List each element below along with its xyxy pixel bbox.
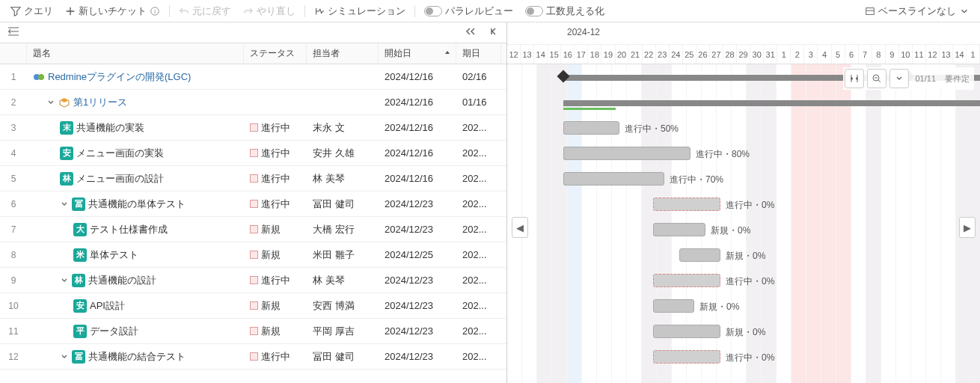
row-title[interactable]: 第1リリース xyxy=(73,96,127,109)
svg-text:i: i xyxy=(154,7,156,14)
col-assignee[interactable]: 担当者 xyxy=(307,43,379,64)
undo-button[interactable]: 元に戻す xyxy=(174,3,236,19)
baseline-dropdown[interactable]: ベースラインなし xyxy=(860,3,974,19)
col-status[interactable]: ステータス xyxy=(244,43,307,64)
row-title[interactable]: 共通機能の単体テスト xyxy=(88,197,186,211)
day-header: 27 xyxy=(710,45,723,64)
zoom-out-button[interactable] xyxy=(867,69,886,88)
new-ticket-button[interactable]: 新しいチケット i xyxy=(61,3,165,19)
row-start: 2024/12/16 xyxy=(379,122,456,133)
bar-label: 進行中・0% xyxy=(726,275,774,288)
task-bar[interactable]: 進行中・0% xyxy=(653,197,720,211)
row-assignee: 林 美琴 xyxy=(307,274,379,287)
assignee-badge: 末 xyxy=(60,121,73,135)
row-name-cell: 林メニュー画面の設計 xyxy=(27,172,244,186)
collapse-all-button[interactable] xyxy=(462,25,481,40)
row-title[interactable]: API設計 xyxy=(90,299,125,313)
collapse-button[interactable] xyxy=(486,25,502,40)
scroll-right-button[interactable]: ▶ xyxy=(959,217,976,238)
task-bar[interactable]: 進行中・50% xyxy=(563,121,619,135)
row-assignee: 安西 博満 xyxy=(307,299,379,313)
task-bar[interactable]: 進行中・0% xyxy=(653,350,720,364)
row-title[interactable]: 共通機能の結合テスト xyxy=(88,350,186,364)
task-bar[interactable]: 新規・0% xyxy=(653,299,694,313)
simulation-button[interactable]: シミュレーション xyxy=(310,3,410,19)
undo-label: 元に戻す xyxy=(192,4,231,18)
row-title[interactable]: テスト仕様書作成 xyxy=(90,223,168,236)
col-start[interactable]: 開始日 xyxy=(379,43,456,64)
table-row[interactable]: 6冨共通機能の単体テスト進行中冨田 健司2024/12/23202... xyxy=(0,192,506,217)
table-row[interactable]: 3末共通機能の実装進行中末永 文2024/12/16202... xyxy=(0,115,506,141)
row-due: 202... xyxy=(456,351,501,362)
gantt-body[interactable]: 進行中・50%進行中・80%進行中・70%進行中・0%新規・0%新規・0%進行中… xyxy=(507,64,980,383)
table-row[interactable]: 5林メニュー画面の設計進行中林 美琴2024/12/16202... xyxy=(0,166,506,192)
task-bar[interactable]: 新規・0% xyxy=(679,248,720,262)
table-row[interactable]: 7大テスト仕様書作成新規大橋 宏行2024/12/23202... xyxy=(0,217,506,242)
task-bar[interactable]: 進行中・80% xyxy=(563,147,690,160)
row-title[interactable]: 共通機能の設計 xyxy=(88,274,156,287)
row-title[interactable]: Redmineプラグインの開発(LGC) xyxy=(48,70,191,84)
cutoff-text: 要件定 xyxy=(942,73,973,85)
day-header: 15 xyxy=(548,45,561,64)
row-title[interactable]: メニュー画面の実装 xyxy=(76,147,164,160)
col-name[interactable]: 題名 xyxy=(27,43,244,64)
row-due: 01/16 xyxy=(456,96,501,108)
task-bar[interactable]: 進行中・70% xyxy=(563,172,664,186)
expand-toggle[interactable] xyxy=(60,200,69,208)
redo-label: やり直し xyxy=(257,4,295,18)
scroll-left-button[interactable]: ◀ xyxy=(512,217,528,238)
assignee-badge: 米 xyxy=(73,248,87,262)
row-title[interactable]: 共通機能の実装 xyxy=(76,121,144,135)
parallel-toggle[interactable]: パラレルビュー xyxy=(420,3,518,19)
today-date: 01/11 xyxy=(912,74,939,83)
row-assignee: 平岡 厚吉 xyxy=(307,325,379,338)
row-due: 202... xyxy=(456,198,501,209)
table-row[interactable]: 10安API設計新規安西 博満2024/12/23202... xyxy=(0,293,506,319)
table-row[interactable]: 8米単体テスト新規米田 雛子2024/12/25202... xyxy=(0,242,506,268)
query-button[interactable]: クエリ xyxy=(6,3,58,19)
separator xyxy=(304,5,305,17)
status-color-icon xyxy=(250,327,258,335)
redo-button[interactable]: やり直し xyxy=(239,3,300,19)
col-due[interactable]: 期日 xyxy=(456,43,501,64)
status-color-icon xyxy=(250,200,258,208)
gantt-row: 新規・0% xyxy=(507,217,980,242)
bar-label: 進行中・80% xyxy=(696,147,750,161)
separator xyxy=(414,5,415,17)
row-number: 5 xyxy=(0,174,27,184)
assignee-badge: 安 xyxy=(73,299,87,313)
gantt-header: 2024-12 12131415161718192021222324252627… xyxy=(507,22,980,64)
assignee-badge: 林 xyxy=(60,172,73,186)
row-title[interactable]: 単体テスト xyxy=(90,248,138,262)
day-header: 18 xyxy=(588,45,601,64)
gantt-row: 進行中・0% xyxy=(507,268,980,293)
table-row[interactable]: 4安メニュー画面の実装進行中安井 久雄2024/12/16202... xyxy=(0,141,506,166)
task-bar[interactable]: 新規・0% xyxy=(653,325,720,338)
plus-icon xyxy=(65,6,76,16)
row-name-cell: 末共通機能の実装 xyxy=(27,121,244,135)
bar-label: 進行中・0% xyxy=(726,198,774,212)
table-row[interactable]: 1Redmineプラグインの開発(LGC)2024/12/1602/16 xyxy=(0,64,506,90)
row-title[interactable]: データ設計 xyxy=(90,325,138,338)
row-title[interactable]: メニュー画面の設計 xyxy=(76,172,164,186)
effort-toggle[interactable]: 工数見える化 xyxy=(521,3,609,19)
col-number[interactable] xyxy=(0,43,27,64)
table-row[interactable]: 11平データ設計新規平岡 厚吉2024/12/23202... xyxy=(0,319,506,344)
expand-toggle[interactable] xyxy=(60,277,69,284)
row-start: 2024/12/16 xyxy=(379,147,456,159)
summary-bar[interactable] xyxy=(563,100,980,106)
task-bar[interactable]: 進行中・0% xyxy=(653,274,720,287)
row-start: 2024/12/23 xyxy=(379,198,456,209)
expand-toggle[interactable] xyxy=(60,353,69,361)
status-color-icon xyxy=(250,123,258,132)
task-bar[interactable]: 新規・0% xyxy=(653,223,705,236)
zoom-dropdown[interactable] xyxy=(889,69,909,88)
row-number: 10 xyxy=(0,301,27,311)
table-row[interactable]: 12冨共通機能の結合テスト進行中冨田 健司2024/12/23202... xyxy=(0,344,506,370)
fit-button[interactable] xyxy=(845,69,864,88)
svg-point-4 xyxy=(38,74,44,80)
table-row[interactable]: 2第1リリース2024/12/1601/16 xyxy=(0,90,506,115)
indent-toggle-button[interactable] xyxy=(4,25,22,40)
expand-toggle[interactable] xyxy=(46,99,55,106)
table-row[interactable]: 9林共通機能の設計進行中林 美琴2024/12/23202... xyxy=(0,268,506,293)
